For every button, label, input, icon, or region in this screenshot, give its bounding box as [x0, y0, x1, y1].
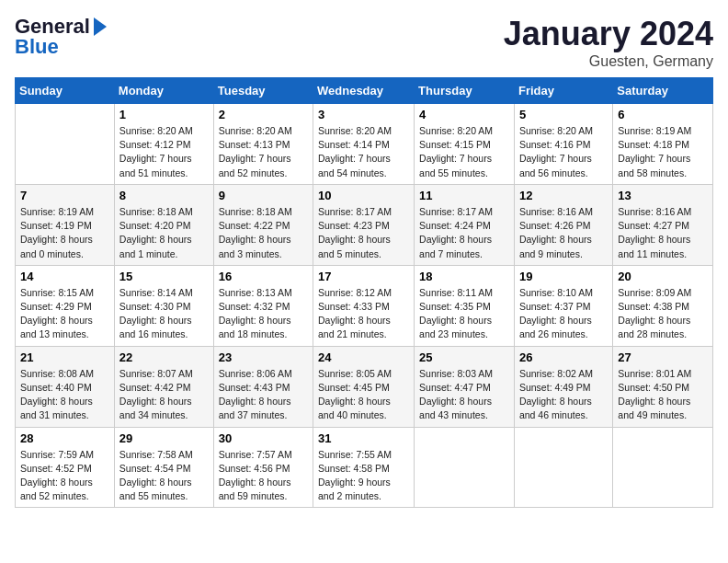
calendar-cell: 22Sunrise: 8:07 AMSunset: 4:42 PMDayligh…: [114, 346, 213, 427]
day-number: 13: [618, 189, 708, 202]
calendar-cell: 9Sunrise: 8:18 AMSunset: 4:22 PMDaylight…: [213, 184, 313, 265]
day-number: 27: [618, 350, 708, 364]
weekday-header-row: SundayMondayTuesdayWednesdayThursdayFrid…: [16, 78, 713, 104]
calendar-cell: [16, 104, 115, 185]
day-number: 18: [419, 270, 509, 283]
cell-info: Sunrise: 8:08 AMSunset: 4:40 PMDaylight:…: [20, 367, 109, 423]
weekday-header-thursday: Thursday: [415, 78, 515, 104]
day-number: 30: [219, 431, 308, 445]
calendar-cell: 31Sunrise: 7:55 AMSunset: 4:58 PMDayligh…: [313, 427, 415, 508]
location-title: Guesten, Germany: [504, 53, 713, 70]
day-number: 12: [519, 189, 608, 202]
cell-info: Sunrise: 8:06 AMSunset: 4:43 PMDaylight:…: [219, 367, 308, 423]
calendar-cell: [415, 427, 515, 508]
cell-info: Sunrise: 8:15 AMSunset: 4:29 PMDaylight:…: [20, 286, 109, 342]
day-number: 25: [419, 350, 509, 364]
cell-info: Sunrise: 8:20 AMSunset: 4:14 PMDaylight:…: [318, 124, 409, 180]
calendar-cell: 2Sunrise: 8:20 AMSunset: 4:13 PMDaylight…: [213, 104, 313, 185]
calendar-week-5: 28Sunrise: 7:59 AMSunset: 4:52 PMDayligh…: [16, 427, 713, 508]
calendar-cell: 8Sunrise: 8:18 AMSunset: 4:20 PMDaylight…: [114, 184, 213, 265]
cell-info: Sunrise: 8:13 AMSunset: 4:32 PMDaylight:…: [219, 286, 308, 342]
calendar-cell: 10Sunrise: 8:17 AMSunset: 4:23 PMDayligh…: [313, 184, 415, 265]
calendar-body: 1Sunrise: 8:20 AMSunset: 4:12 PMDaylight…: [16, 104, 713, 508]
weekday-header-monday: Monday: [114, 78, 213, 104]
cell-info: Sunrise: 8:02 AMSunset: 4:49 PMDaylight:…: [519, 367, 608, 423]
calendar-cell: 12Sunrise: 8:16 AMSunset: 4:26 PMDayligh…: [514, 184, 612, 265]
cell-info: Sunrise: 8:20 AMSunset: 4:16 PMDaylight:…: [519, 124, 608, 180]
weekday-header-tuesday: Tuesday: [213, 78, 313, 104]
day-number: 11: [419, 189, 509, 202]
cell-info: Sunrise: 8:10 AMSunset: 4:37 PMDaylight:…: [519, 286, 608, 342]
cell-info: Sunrise: 7:57 AMSunset: 4:56 PMDaylight:…: [219, 448, 308, 504]
weekday-header-saturday: Saturday: [613, 78, 713, 104]
day-number: 3: [318, 108, 409, 121]
calendar-cell: 16Sunrise: 8:13 AMSunset: 4:32 PMDayligh…: [213, 265, 313, 346]
calendar-cell: [613, 427, 713, 508]
day-number: 29: [119, 431, 209, 445]
cell-info: Sunrise: 8:09 AMSunset: 4:38 PMDaylight:…: [618, 286, 708, 342]
day-number: 19: [519, 270, 608, 283]
cell-info: Sunrise: 8:07 AMSunset: 4:42 PMDaylight:…: [119, 367, 209, 423]
calendar-cell: 26Sunrise: 8:02 AMSunset: 4:49 PMDayligh…: [514, 346, 612, 427]
weekday-header-friday: Friday: [514, 78, 612, 104]
cell-info: Sunrise: 7:58 AMSunset: 4:54 PMDaylight:…: [119, 448, 209, 504]
cell-info: Sunrise: 8:20 AMSunset: 4:12 PMDaylight:…: [119, 124, 209, 180]
calendar-cell: 25Sunrise: 8:03 AMSunset: 4:47 PMDayligh…: [415, 346, 515, 427]
cell-info: Sunrise: 7:59 AMSunset: 4:52 PMDaylight:…: [20, 448, 109, 504]
day-number: 31: [318, 431, 409, 445]
logo: General Blue: [15, 15, 107, 59]
cell-info: Sunrise: 8:20 AMSunset: 4:15 PMDaylight:…: [419, 124, 509, 180]
cell-info: Sunrise: 8:18 AMSunset: 4:22 PMDaylight:…: [219, 205, 308, 261]
day-number: 9: [219, 189, 308, 202]
day-number: 15: [119, 270, 209, 283]
calendar-cell: 14Sunrise: 8:15 AMSunset: 4:29 PMDayligh…: [16, 265, 115, 346]
day-number: 14: [20, 270, 109, 283]
day-number: 5: [519, 108, 608, 121]
calendar-week-1: 1Sunrise: 8:20 AMSunset: 4:12 PMDaylight…: [16, 104, 713, 185]
weekday-header-sunday: Sunday: [16, 78, 115, 104]
cell-info: Sunrise: 8:19 AMSunset: 4:19 PMDaylight:…: [20, 205, 109, 261]
calendar-week-3: 14Sunrise: 8:15 AMSunset: 4:29 PMDayligh…: [16, 265, 713, 346]
day-number: 10: [318, 189, 409, 202]
calendar-cell: 4Sunrise: 8:20 AMSunset: 4:15 PMDaylight…: [415, 104, 515, 185]
day-number: 1: [119, 108, 209, 121]
cell-info: Sunrise: 8:17 AMSunset: 4:23 PMDaylight:…: [318, 205, 409, 261]
day-number: 17: [318, 270, 409, 283]
day-number: 6: [618, 108, 708, 121]
logo-blue: Blue: [15, 35, 59, 59]
calendar-week-4: 21Sunrise: 8:08 AMSunset: 4:40 PMDayligh…: [16, 346, 713, 427]
calendar-cell: 23Sunrise: 8:06 AMSunset: 4:43 PMDayligh…: [213, 346, 313, 427]
cell-info: Sunrise: 8:01 AMSunset: 4:50 PMDaylight:…: [618, 367, 708, 423]
cell-info: Sunrise: 8:14 AMSunset: 4:30 PMDaylight:…: [119, 286, 209, 342]
calendar-cell: 28Sunrise: 7:59 AMSunset: 4:52 PMDayligh…: [16, 427, 115, 508]
day-number: 24: [318, 350, 409, 364]
calendar-table: SundayMondayTuesdayWednesdayThursdayFrid…: [15, 77, 713, 508]
day-number: 4: [419, 108, 509, 121]
cell-info: Sunrise: 8:18 AMSunset: 4:20 PMDaylight:…: [119, 205, 209, 261]
day-number: 21: [20, 350, 109, 364]
month-title: January 2024: [504, 15, 713, 53]
calendar-cell: 27Sunrise: 8:01 AMSunset: 4:50 PMDayligh…: [613, 346, 713, 427]
weekday-header-wednesday: Wednesday: [313, 78, 415, 104]
cell-info: Sunrise: 8:12 AMSunset: 4:33 PMDaylight:…: [318, 286, 409, 342]
calendar-cell: 13Sunrise: 8:16 AMSunset: 4:27 PMDayligh…: [613, 184, 713, 265]
day-number: 26: [519, 350, 608, 364]
calendar-cell: 11Sunrise: 8:17 AMSunset: 4:24 PMDayligh…: [415, 184, 515, 265]
calendar-week-2: 7Sunrise: 8:19 AMSunset: 4:19 PMDaylight…: [16, 184, 713, 265]
day-number: 22: [119, 350, 209, 364]
cell-info: Sunrise: 8:19 AMSunset: 4:18 PMDaylight:…: [618, 124, 708, 180]
cell-info: Sunrise: 8:05 AMSunset: 4:45 PMDaylight:…: [318, 367, 409, 423]
calendar-cell: 24Sunrise: 8:05 AMSunset: 4:45 PMDayligh…: [313, 346, 415, 427]
calendar-cell: 6Sunrise: 8:19 AMSunset: 4:18 PMDaylight…: [613, 104, 713, 185]
cell-info: Sunrise: 8:16 AMSunset: 4:26 PMDaylight:…: [519, 205, 608, 261]
calendar-cell: 5Sunrise: 8:20 AMSunset: 4:16 PMDaylight…: [514, 104, 612, 185]
cell-info: Sunrise: 7:55 AMSunset: 4:58 PMDaylight:…: [318, 448, 409, 504]
calendar-cell: 1Sunrise: 8:20 AMSunset: 4:12 PMDaylight…: [114, 104, 213, 185]
day-number: 7: [20, 189, 109, 202]
logo-line2: Blue: [15, 35, 59, 59]
day-number: 8: [119, 189, 209, 202]
calendar-cell: 20Sunrise: 8:09 AMSunset: 4:38 PMDayligh…: [613, 265, 713, 346]
day-number: 20: [618, 270, 708, 283]
day-number: 2: [219, 108, 308, 121]
calendar-cell: [514, 427, 612, 508]
